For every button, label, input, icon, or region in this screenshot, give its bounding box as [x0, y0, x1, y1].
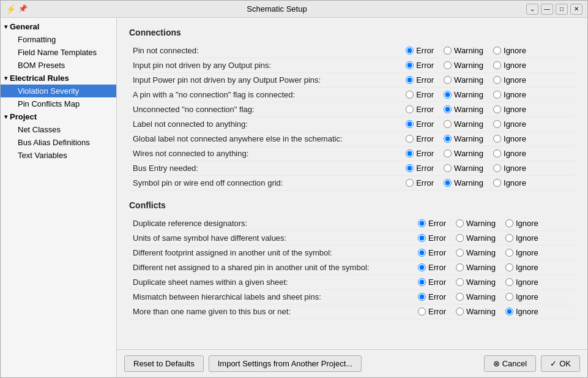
radio-option-warning[interactable]: Warning	[444, 119, 483, 129]
sidebar-item-bus-alias-definitions[interactable]: Bus Alias Definitions	[1, 136, 116, 149]
radio-option-warning[interactable]: Warning	[456, 263, 496, 272]
radio-option-ignore[interactable]: Ignore	[493, 105, 526, 114]
radio-input-ignore[interactable]	[505, 263, 513, 271]
radio-option-ignore[interactable]: Ignore	[493, 90, 526, 99]
sidebar-item-formatting[interactable]: Formatting	[1, 33, 116, 46]
radio-input-error[interactable]	[406, 91, 414, 99]
radio-input-error[interactable]	[406, 149, 414, 157]
sidebar-item-electrical-rules[interactable]: ▾ Electrical Rules	[1, 72, 116, 85]
import-settings-button[interactable]: Import Settings from Another Project...	[209, 355, 362, 372]
radio-option-ignore[interactable]: Ignore	[505, 278, 538, 287]
radio-input-warning[interactable]	[456, 308, 464, 316]
radio-input-warning[interactable]	[444, 164, 452, 172]
radio-option-error[interactable]: Error	[406, 75, 434, 85]
radio-input-error[interactable]	[406, 164, 414, 172]
radio-input-error[interactable]	[418, 263, 426, 271]
radio-input-error[interactable]	[406, 135, 414, 143]
radio-input-error[interactable]	[418, 308, 426, 316]
radio-option-ignore[interactable]: Ignore	[493, 119, 526, 129]
radio-option-error[interactable]: Error	[406, 119, 434, 129]
radio-option-ignore[interactable]: Ignore	[505, 307, 538, 316]
radio-option-warning[interactable]: Warning	[444, 90, 483, 99]
radio-input-error[interactable]	[418, 219, 426, 227]
sidebar-item-bom-presets[interactable]: BOM Presets	[1, 59, 116, 72]
radio-option-error[interactable]: Error	[418, 248, 446, 257]
radio-input-ignore[interactable]	[493, 135, 501, 143]
cancel-button[interactable]: ⊗ Cancel	[484, 355, 536, 372]
radio-input-warning[interactable]	[444, 105, 452, 113]
radio-input-ignore[interactable]	[493, 47, 501, 55]
sidebar-item-project[interactable]: ▾ Project	[1, 110, 116, 123]
radio-option-ignore[interactable]: Ignore	[505, 233, 538, 243]
radio-option-error[interactable]: Error	[406, 90, 434, 99]
radio-input-error[interactable]	[406, 76, 414, 84]
radio-option-warning[interactable]: Warning	[444, 134, 483, 143]
radio-input-error[interactable]	[418, 249, 426, 257]
sidebar-item-net-classes[interactable]: Net Classes	[1, 123, 116, 136]
radio-input-ignore[interactable]	[505, 293, 513, 301]
radio-input-error[interactable]	[418, 234, 426, 242]
radio-input-ignore[interactable]	[505, 219, 513, 227]
sidebar-item-pin-conflicts-map[interactable]: Pin Conflicts Map	[1, 97, 116, 110]
maximize-btn[interactable]: □	[556, 4, 568, 15]
radio-input-warning[interactable]	[456, 263, 464, 271]
sidebar-item-violation-severity[interactable]: Violation Severity	[1, 85, 116, 97]
radio-option-ignore[interactable]: Ignore	[493, 164, 526, 173]
radio-option-error[interactable]: Error	[406, 134, 434, 143]
radio-input-warning[interactable]	[456, 234, 464, 242]
radio-input-ignore[interactable]	[505, 234, 513, 242]
radio-input-warning[interactable]	[444, 179, 452, 187]
radio-option-warning[interactable]: Warning	[444, 75, 483, 85]
radio-option-ignore[interactable]: Ignore	[493, 134, 526, 143]
radio-option-warning[interactable]: Warning	[456, 292, 496, 301]
radio-input-warning[interactable]	[444, 61, 452, 69]
radio-option-error[interactable]: Error	[418, 278, 446, 287]
radio-input-warning[interactable]	[444, 47, 452, 55]
chevron-btn[interactable]: ⌄	[526, 4, 538, 15]
radio-option-warning[interactable]: Warning	[444, 105, 483, 114]
radio-option-error[interactable]: Error	[418, 292, 446, 301]
sidebar-item-general[interactable]: ▾ General	[1, 20, 116, 33]
radio-option-error[interactable]: Error	[406, 105, 434, 114]
radio-option-warning[interactable]: Warning	[444, 61, 483, 70]
sidebar-item-field-name-templates[interactable]: Field Name Templates	[1, 46, 116, 59]
radio-input-error[interactable]	[406, 120, 414, 128]
radio-option-warning[interactable]: Warning	[444, 178, 483, 187]
radio-input-warning[interactable]	[444, 91, 452, 99]
minimize-btn[interactable]: —	[541, 4, 553, 15]
radio-option-warning[interactable]: Warning	[456, 307, 496, 316]
close-btn[interactable]: ✕	[570, 4, 582, 15]
radio-input-ignore[interactable]	[493, 149, 501, 157]
radio-option-ignore[interactable]: Ignore	[493, 178, 526, 187]
radio-input-ignore[interactable]	[493, 61, 501, 69]
radio-input-warning[interactable]	[456, 293, 464, 301]
radio-option-error[interactable]: Error	[406, 149, 434, 158]
radio-option-warning[interactable]: Warning	[456, 278, 496, 287]
radio-input-warning[interactable]	[444, 76, 452, 84]
radio-input-error[interactable]	[406, 105, 414, 113]
radio-input-ignore[interactable]	[493, 164, 501, 172]
radio-option-ignore[interactable]: Ignore	[493, 46, 526, 55]
radio-option-error[interactable]: Error	[406, 178, 434, 187]
radio-input-ignore[interactable]	[505, 308, 513, 316]
radio-option-warning[interactable]: Warning	[444, 46, 483, 55]
radio-option-error[interactable]: Error	[418, 219, 446, 228]
radio-option-ignore[interactable]: Ignore	[505, 263, 538, 272]
radio-input-ignore[interactable]	[493, 179, 501, 187]
radio-option-warning[interactable]: Warning	[456, 248, 496, 257]
radio-input-warning[interactable]	[444, 149, 452, 157]
radio-option-error[interactable]: Error	[418, 263, 446, 272]
radio-option-warning[interactable]: Warning	[444, 149, 483, 158]
radio-input-warning[interactable]	[444, 135, 452, 143]
radio-input-ignore[interactable]	[493, 120, 501, 128]
radio-option-warning[interactable]: Warning	[444, 164, 483, 173]
radio-option-error[interactable]: Error	[406, 61, 434, 70]
reset-defaults-button[interactable]: Reset to Defaults	[124, 355, 204, 372]
radio-option-warning[interactable]: Warning	[456, 233, 496, 243]
radio-option-error[interactable]: Error	[418, 307, 446, 316]
radio-input-warning[interactable]	[456, 219, 464, 227]
radio-input-warning[interactable]	[456, 249, 464, 257]
radio-option-error[interactable]: Error	[418, 233, 446, 243]
radio-input-error[interactable]	[418, 278, 426, 286]
radio-input-warning[interactable]	[456, 278, 464, 286]
